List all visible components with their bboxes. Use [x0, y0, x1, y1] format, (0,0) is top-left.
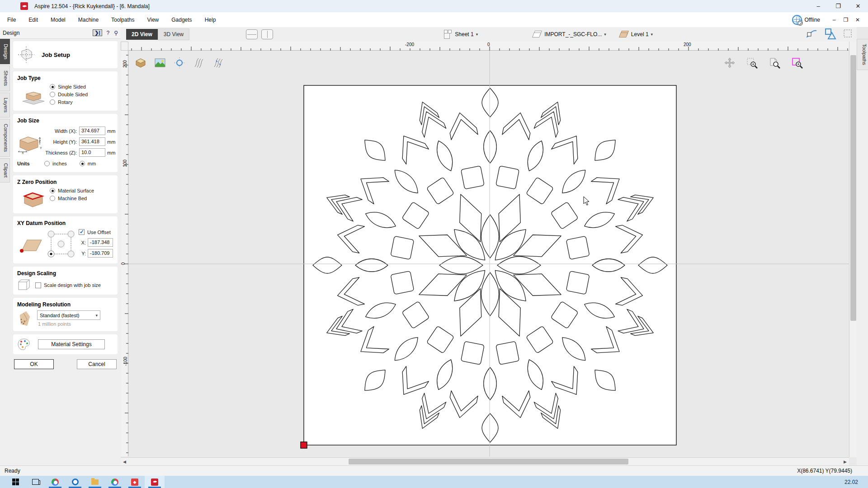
help-icon[interactable]: ?: [107, 30, 110, 36]
thickness-input[interactable]: 10.0: [79, 148, 105, 157]
job-setup-title: Job Setup: [42, 52, 70, 58]
material-block-icon[interactable]: [135, 57, 146, 69]
radio-inches[interactable]: [44, 161, 50, 166]
design-scaling-label: Design Scaling: [17, 270, 113, 277]
texture-flow-icon[interactable]: [212, 57, 224, 69]
material-settings-button[interactable]: Material Settings: [38, 339, 105, 349]
pin-icon[interactable]: ⚲: [114, 30, 118, 36]
job-size-card: Job Size Z X Y Width (X): 374.697 mm: [13, 114, 118, 172]
radio-machine-bed[interactable]: [50, 196, 55, 201]
menu-help[interactable]: Help: [199, 14, 222, 26]
red-diamond-icon: ◆: [131, 479, 138, 486]
radio-double-sided[interactable]: [50, 92, 55, 97]
drawing-canvas[interactable]: [128, 51, 849, 456]
mdi-close-button[interactable]: ✕: [852, 15, 863, 25]
collapse-panel-icon[interactable]: ❯|: [93, 29, 102, 36]
mdi-restore-button[interactable]: ❐: [840, 15, 852, 25]
import-image-icon[interactable]: [154, 57, 166, 69]
geometry-snap-icon[interactable]: [824, 28, 836, 40]
scale-design-checkbox[interactable]: [35, 282, 41, 288]
close-button[interactable]: ✕: [848, 0, 868, 12]
mdi-minimize-button[interactable]: –: [828, 15, 840, 25]
title-bar: ✒ Aspire 12.504 - {Rick Kuykendall} - [6…: [0, 0, 868, 12]
xy-datum-diagram[interactable]: [46, 230, 76, 259]
horizontal-scrollbar[interactable]: ◀ ▶: [121, 457, 849, 465]
mandala-design[interactable]: [128, 51, 849, 456]
radio-single-sided[interactable]: [50, 84, 55, 89]
horizontal-scroll-thumb[interactable]: [349, 459, 628, 465]
tab-3d-view[interactable]: 3D View: [158, 28, 189, 40]
y-offset-input[interactable]: -180.709: [88, 249, 113, 258]
taskbar-opera[interactable]: [65, 476, 85, 488]
node-snap-icon[interactable]: [806, 28, 818, 40]
tab-sheets[interactable]: Sheets: [0, 66, 10, 91]
taskbar-file-explorer[interactable]: [85, 476, 105, 488]
level-dropdown[interactable]: Level 1 ▾: [619, 30, 653, 39]
menu-gadgets[interactable]: Gadgets: [166, 14, 197, 26]
zoom-box-icon[interactable]: [791, 57, 804, 70]
use-offset-checkbox[interactable]: [79, 229, 85, 235]
modeling-resolution-label: Modeling Resolution: [17, 301, 113, 308]
use-offset-label: Use Offset: [87, 230, 111, 235]
mouse-cursor: [583, 196, 590, 206]
folder-icon: [91, 479, 99, 485]
minimize-button[interactable]: –: [808, 0, 828, 12]
radio-mm[interactable]: [80, 161, 85, 166]
task-view-button[interactable]: [25, 476, 45, 488]
menu-file[interactable]: File: [2, 14, 21, 26]
taskbar-chrome-profile[interactable]: [105, 476, 125, 488]
vertical-scrollbar[interactable]: [849, 42, 857, 457]
tab-layers[interactable]: Layers: [0, 93, 10, 117]
material-settings-card: Material Settings: [13, 334, 118, 354]
menu-toolpaths[interactable]: Toolpaths: [106, 14, 140, 26]
zoom-fit-icon[interactable]: [769, 57, 781, 70]
radio-rotary[interactable]: [50, 99, 55, 105]
layer-dropdown[interactable]: IMPORT_-_SGC-FLO... ▾: [532, 30, 606, 39]
x-offset-input[interactable]: -187.348: [88, 238, 113, 247]
window-title: Aspire 12.504 - {Rick Kuykendall} - [6. …: [34, 3, 150, 9]
tab-2d-view[interactable]: 2D View: [126, 29, 158, 40]
palette-icon: [17, 338, 31, 351]
xy-datum-card: XY Datum Position Use Offset: [13, 216, 118, 263]
tab-design[interactable]: Design: [0, 39, 10, 64]
radio-material-surface[interactable]: [50, 188, 55, 193]
pan-icon[interactable]: [723, 57, 736, 70]
sheet-dropdown[interactable]: Sheet 1 ▾: [443, 29, 478, 39]
scroll-right-icon[interactable]: ▶: [841, 458, 849, 466]
grid-snap-icon[interactable]: [842, 28, 854, 40]
restore-button[interactable]: ❐: [828, 0, 848, 12]
sheet-icon: [443, 29, 453, 39]
tab-components[interactable]: Components: [0, 119, 10, 157]
scale-design-label: Scale design with job size: [44, 282, 101, 288]
ok-button[interactable]: OK: [14, 359, 54, 369]
tab-toolpaths[interactable]: Toolpaths: [857, 39, 868, 70]
zoom-selection-icon[interactable]: [746, 57, 759, 70]
width-input[interactable]: 374.697: [79, 127, 105, 135]
tab-clipart[interactable]: Clipart: [0, 158, 10, 183]
start-button[interactable]: [5, 476, 25, 488]
menu-model[interactable]: Model: [45, 14, 71, 26]
sheet-label: Sheet 1: [455, 31, 473, 38]
taskbar-red-app[interactable]: ◆: [125, 476, 145, 488]
split-vertical-icon[interactable]: [261, 29, 273, 39]
taskbar-aspire[interactable]: ✒: [145, 476, 165, 488]
chevron-down-icon: ▾: [476, 32, 478, 37]
ruler-label: 100: [123, 160, 127, 167]
menu-machine[interactable]: Machine: [73, 14, 104, 26]
modeling-resolution-select[interactable]: Standard (fastest) ▾: [37, 310, 100, 320]
ruler-label: 200: [123, 60, 127, 68]
vertical-scroll-thumb[interactable]: [850, 55, 856, 321]
chevron-down-icon: ▾: [651, 32, 653, 37]
menu-edit[interactable]: Edit: [23, 14, 43, 26]
taskbar-chrome[interactable]: [45, 476, 65, 488]
menu-view[interactable]: View: [142, 14, 164, 26]
scroll-left-icon[interactable]: ◀: [121, 458, 128, 466]
z-zero-block-icon: [21, 188, 46, 210]
texture-vectors-icon[interactable]: [193, 57, 205, 69]
design-panel-title: Design: [3, 30, 19, 36]
ruler-label: 0: [487, 42, 490, 47]
cancel-button[interactable]: Cancel: [77, 359, 117, 369]
set-datum-icon[interactable]: [174, 57, 185, 69]
height-input[interactable]: 361.418: [79, 137, 105, 146]
split-horizontal-icon[interactable]: [246, 29, 258, 39]
